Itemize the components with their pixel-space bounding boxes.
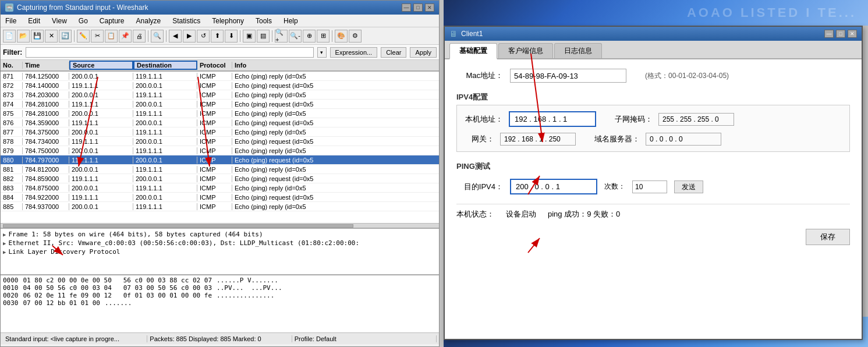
subnet-input[interactable]: 255 . 255 . 255 . 0 [658, 113, 734, 126]
menu-capture[interactable]: Capture [97, 16, 127, 26]
table-row[interactable]: 880 784.797000 119.1.1.1 200.0.0.1 ICMP … [1, 155, 439, 165]
table-row[interactable]: 877 784.375000 200.0.0.1 119.1.1.1 ICMP … [1, 128, 439, 137]
cell-info: Echo (ping) reply (id=0x5 [232, 110, 439, 117]
toolbar-save[interactable]: 💾 [31, 30, 44, 43]
cell-protocol: ICMP [197, 175, 232, 182]
menu-file[interactable]: File [3, 16, 19, 26]
packet-list-hscroll[interactable] [1, 223, 439, 228]
cell-no: 877 [1, 129, 23, 136]
hex-row: 003007 00 12 bb 01 01 00....... [3, 299, 437, 307]
toolbar-zoom-in[interactable]: 🔍+ [275, 30, 288, 43]
client-maximize[interactable]: □ [836, 30, 845, 38]
menu-telephony[interactable]: Telephony [210, 16, 246, 26]
cell-time: 784.125000 [23, 73, 69, 80]
menu-edit[interactable]: Edit [26, 16, 42, 26]
toolbar-color[interactable]: 🎨 [335, 30, 348, 43]
close-button[interactable]: ✕ [425, 3, 434, 12]
toolbar-close[interactable]: ✕ [45, 30, 58, 43]
table-row[interactable]: 881 784.812000 200.0.0.1 119.1.1.1 ICMP … [1, 165, 439, 174]
cell-no: 885 [1, 203, 23, 210]
device-status-row: 本机状态： 设备启动 ping 成功：9 失败：0 [456, 204, 850, 219]
table-row[interactable]: 875 784.281000 200.0.0.1 119.1.1.1 ICMP … [1, 109, 439, 118]
tab-log-info[interactable]: 日志信息 [554, 43, 602, 58]
toolbar-copy[interactable]: 📋 [105, 30, 118, 43]
ping-section: PING测试 目的IPV4： 200 . 0 . 0 . 1 次数： 发送 [456, 161, 850, 194]
ping-send-button[interactable]: 发送 [674, 180, 703, 193]
table-row[interactable]: 878 784.734000 119.1.1.1 200.0.0.1 ICMP … [1, 137, 439, 146]
cell-destination: 200.0.0.1 [133, 138, 197, 145]
menu-bar: File Edit View Go Capture Analyze Statis… [1, 15, 439, 27]
local-ip-field: 本机地址： 192 . 168 . 1 . 1 [465, 111, 596, 127]
toolbar-zoom-out[interactable]: 🔍- [289, 30, 302, 43]
cell-destination: 119.1.1.1 [133, 129, 197, 136]
table-row[interactable]: 873 784.203000 200.0.0.1 119.1.1.1 ICMP … [1, 90, 439, 100]
cell-time: 784.734000 [23, 138, 69, 145]
gateway-input[interactable]: 192 . 168 . 1 . 250 [500, 133, 576, 146]
client-close[interactable]: ✕ [848, 30, 857, 38]
toolbar-paste[interactable]: 📌 [119, 30, 132, 43]
filter-apply-button[interactable]: Apply [410, 47, 437, 58]
cell-source: 119.1.1.1 [69, 157, 133, 164]
hscroll-thumb[interactable] [3, 224, 353, 228]
filter-input[interactable] [26, 47, 313, 58]
filter-clear-button[interactable]: Clear [381, 47, 406, 58]
cell-protocol: ICMP [197, 101, 232, 108]
cell-no: 881 [1, 166, 23, 173]
client-minimize[interactable]: — [824, 30, 834, 38]
table-row[interactable]: 871 784.125000 200.0.0.1 119.1.1.1 ICMP … [1, 72, 439, 81]
toolbar-find[interactable]: 🔍 [151, 30, 164, 43]
table-row[interactable]: 883 784.875000 200.0.0.1 119.1.1.1 ICMP … [1, 183, 439, 193]
local-ip-input[interactable]: 192 . 168 . 1 . 1 [509, 111, 596, 127]
toolbar-open[interactable]: 📂 [17, 30, 30, 43]
table-row[interactable]: 876 784.359000 119.1.1.1 200.0.0.1 ICMP … [1, 118, 439, 128]
minimize-button[interactable]: — [402, 3, 411, 12]
menu-help[interactable]: Help [281, 16, 300, 26]
toolbar-fwd[interactable]: ▶ [183, 30, 196, 43]
table-row[interactable]: 872 784.140000 119.1.1.1 200.0.0.1 ICMP … [1, 81, 439, 90]
ping-count-input[interactable] [632, 180, 667, 193]
toolbar-stop[interactable]: ⬆ [211, 30, 224, 43]
toolbar-cut[interactable]: ✂ [91, 30, 104, 43]
cell-source: 200.0.0.1 [69, 147, 133, 154]
toolbar-zoom-fit[interactable]: ⊕ [303, 30, 316, 43]
toolbar-expand[interactable]: ⊞ [317, 30, 330, 43]
table-row[interactable]: 885 784.937000 200.0.0.1 119.1.1.1 ICMP … [1, 202, 439, 211]
toolbar-back[interactable]: ◀ [169, 30, 182, 43]
dns-input[interactable]: 0 . 0 . 0 . 0 [646, 133, 721, 146]
toolbar-display2[interactable]: ▤ [257, 30, 270, 43]
menu-analyze[interactable]: Analyze [134, 16, 164, 26]
cell-no: 879 [1, 147, 23, 154]
toolbar-edit[interactable]: ✏️ [77, 30, 90, 43]
expand-icon: ▶ [3, 249, 6, 255]
toolbar-jump[interactable]: ⬇ [225, 30, 238, 43]
status-value: 设备启动 [506, 209, 536, 219]
table-row[interactable]: 874 784.281000 119.1.1.1 200.0.0.1 ICMP … [1, 100, 439, 109]
menu-view[interactable]: View [49, 16, 69, 26]
tab-client-info[interactable]: 客户端信息 [498, 43, 553, 58]
client-title: Client1 [461, 30, 483, 38]
tab-basic-config[interactable]: 基础配置 [449, 43, 497, 59]
toolbar-display1[interactable]: ▣ [243, 30, 256, 43]
table-row[interactable]: 882 784.859000 119.1.1.1 200.0.0.1 ICMP … [1, 174, 439, 183]
toolbar-reload2[interactable]: ↺ [197, 30, 210, 43]
cell-time: 784.281000 [23, 101, 69, 108]
table-row[interactable]: 879 784.750000 200.0.0.1 119.1.1.1 ICMP … [1, 146, 439, 155]
save-button[interactable]: 保存 [806, 229, 850, 245]
cell-info: Echo (ping) reply (id=0x5 [232, 91, 439, 98]
menu-tools[interactable]: Tools [253, 16, 274, 26]
ping-dst-input[interactable]: 200 . 0 . 0 . 1 [510, 179, 597, 194]
toolbar-prefs[interactable]: ⚙ [349, 30, 362, 43]
menu-statistics[interactable]: Statistics [170, 16, 203, 26]
filter-bar: Filter: ▾ Expression... Clear Apply [1, 45, 439, 60]
detail-text: Link Layer Discovery Protocol [8, 248, 120, 256]
mac-input[interactable] [510, 69, 626, 83]
menu-go[interactable]: Go [76, 16, 90, 26]
toolbar-reload[interactable]: 🔄 [59, 30, 72, 43]
table-row[interactable]: 884 784.922000 119.1.1.1 200.0.0.1 ICMP … [1, 193, 439, 202]
toolbar-new[interactable]: 📄 [3, 30, 16, 43]
maximize-button[interactable]: □ [413, 3, 423, 12]
toolbar-print[interactable]: 🖨 [133, 30, 146, 43]
filter-expression-button[interactable]: Expression... [330, 47, 378, 58]
packet-list-header: No. Time Source Destination Protocol Inf… [1, 60, 439, 72]
filter-dropdown[interactable]: ▾ [317, 47, 327, 58]
